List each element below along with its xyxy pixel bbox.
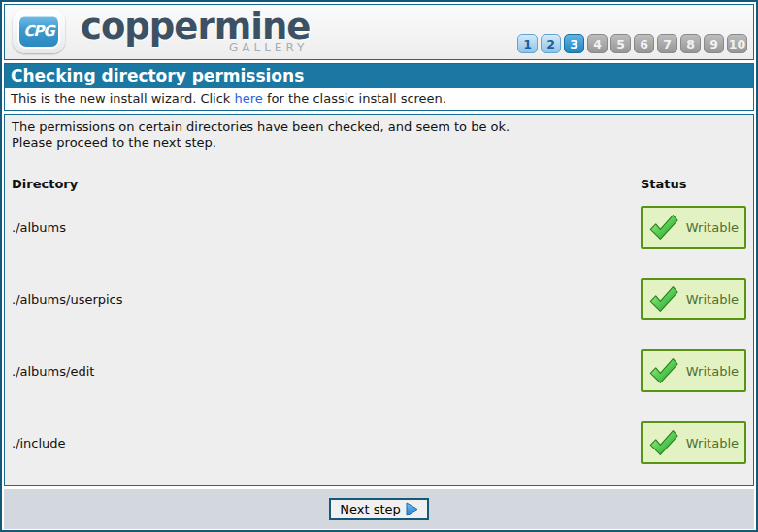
install-wizard-window: CPG coppermine GALLERY 12345678910 Check… — [0, 0, 758, 532]
next-arrow-icon — [406, 502, 418, 516]
status-badge: Writable — [641, 349, 746, 392]
checkmark-icon — [648, 213, 678, 242]
status-column-header: Status — [641, 177, 746, 191]
table-row: ./albums/userpics Writable — [12, 263, 746, 335]
cpg-logo-icon: CPG — [13, 9, 65, 53]
status-label: Writable — [686, 292, 739, 307]
notice-text-after: for the classic install screen. — [263, 91, 446, 106]
checkmark-icon — [648, 428, 678, 457]
wizard-notice: This is the new install wizard. Click he… — [5, 88, 753, 110]
directory-path: ./include — [12, 436, 66, 450]
directory-table: ./albums Writable ./albums/userpics Writ… — [12, 191, 746, 479]
checkmark-icon — [648, 284, 678, 314]
intro-text: The permissions on certain directories h… — [12, 119, 746, 150]
step-10-pending: 10 — [727, 34, 747, 53]
table-header-row: Directory Status — [12, 177, 746, 191]
status-badge: Writable — [641, 206, 746, 249]
step-2-done: 2 — [541, 34, 561, 53]
notice-text-before: This is the new install wizard. Click — [11, 91, 235, 106]
directory-column-header: Directory — [12, 177, 78, 191]
step-5-pending: 5 — [610, 34, 631, 53]
status-label: Writable — [686, 436, 739, 450]
table-row: ./albums/edit Writable — [12, 335, 746, 407]
directory-path: ./albums/edit — [12, 364, 94, 379]
step-indicator: 12345678910 — [517, 34, 747, 53]
step-6-pending: 6 — [634, 34, 654, 53]
coppermine-logo: CPG coppermine GALLERY — [13, 9, 310, 53]
step-3-active: 3 — [564, 34, 584, 53]
intro-line-1: The permissions on certain directories h… — [12, 119, 746, 135]
page-title: Checking directory permissions — [5, 64, 753, 88]
status-badge: Writable — [641, 421, 746, 464]
checkmark-icon — [648, 356, 678, 385]
directory-path: ./albums — [12, 220, 66, 235]
cpg-logo-text: CPG — [17, 14, 60, 49]
classic-install-link[interactable]: here — [235, 91, 263, 106]
next-step-label: Next step — [340, 502, 401, 516]
footer-bar: Next step — [4, 489, 754, 529]
step-9-pending: 9 — [704, 34, 724, 53]
step-8-pending: 8 — [680, 34, 701, 53]
main-content: The permissions on certain directories h… — [4, 114, 754, 486]
title-section: Checking directory permissions This is t… — [4, 63, 754, 111]
brand-wordmark: coppermine GALLERY — [81, 9, 310, 53]
step-4-pending: 4 — [587, 34, 608, 53]
intro-line-2: Please proceed to the next step. — [12, 135, 746, 150]
next-step-button[interactable]: Next step — [329, 498, 429, 520]
step-7-pending: 7 — [657, 34, 677, 53]
table-row: ./albums Writable — [12, 191, 746, 263]
app-header: CPG coppermine GALLERY 12345678910 — [4, 4, 754, 60]
status-label: Writable — [686, 364, 739, 379]
table-row: ./include Writable — [12, 407, 746, 479]
brand-name: coppermine — [81, 9, 310, 45]
status-badge: Writable — [641, 278, 746, 320]
step-1-done: 1 — [517, 34, 538, 53]
status-label: Writable — [686, 220, 739, 235]
directory-path: ./albums/userpics — [12, 292, 123, 307]
